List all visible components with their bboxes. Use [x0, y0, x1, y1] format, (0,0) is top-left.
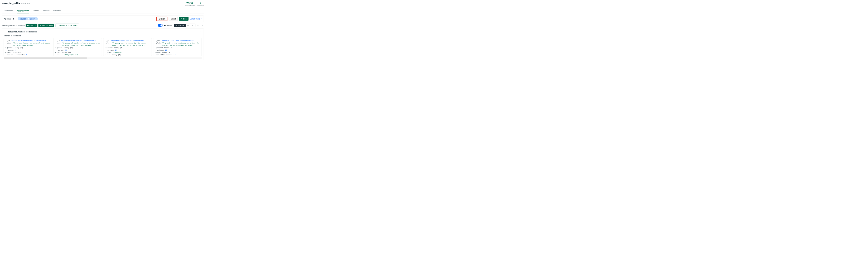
plus-icon: [40, 25, 41, 26]
stage-pill-sort[interactable]: $sort: [28, 17, 38, 21]
caret-down-icon: [35, 25, 36, 26]
document-field: num_mflix_comments: 1: [155, 54, 200, 56]
view-mode-segmented: STAGES TEXT: [174, 24, 195, 27]
more-options-link[interactable]: More Options: [190, 18, 202, 20]
expand-caret-icon[interactable]: ▸: [155, 52, 156, 54]
refresh-button[interactable]: [199, 30, 202, 33]
document-field: _id: ObjectId('573a1390f29313caabcd4135'…: [5, 39, 50, 42]
tab-aggregations[interactable]: Aggregations: [17, 8, 29, 13]
gear-icon: [202, 25, 203, 26]
modified-indicator: modified: [18, 25, 25, 27]
document-field: _id: ObjectId('573a1390f29313caabcd4323'…: [105, 39, 150, 42]
export-button[interactable]: Export: [169, 17, 178, 21]
document-field: ▸cast: Array (4): [155, 52, 200, 54]
document-field: runtime: 14: [105, 49, 150, 52]
preview-title: Preview of documents: [4, 35, 202, 37]
document-field: runtime: 14: [155, 49, 200, 52]
expand-caret-icon[interactable]: ▸: [105, 54, 106, 56]
braces-icon: [175, 25, 177, 26]
save-button[interactable]: SAVE: [26, 24, 37, 27]
document-card[interactable]: _id: ObjectId('573a1390f29313caabcd4135'…: [4, 38, 52, 56]
database-name: sample_mflix: [2, 2, 20, 5]
caret-down-icon: [14, 18, 16, 20]
expand-icon: [197, 25, 199, 26]
tab-documents[interactable]: Documents: [4, 8, 13, 13]
collapse-button[interactable]: [4, 30, 7, 33]
caret-right-icon: [200, 18, 202, 20]
document-card[interactable]: _id: ObjectId('573a1390f29313caabcd42e8'…: [54, 38, 102, 56]
stage-pills: $match $sort: [18, 17, 38, 21]
pipeline-label: Pipeline: [4, 18, 11, 20]
stat-indexes-value: 2: [197, 2, 204, 5]
document-field: _id: ObjectId('573a1390f29313caabcd446f'…: [155, 39, 200, 42]
tab-validation[interactable]: Validation: [53, 8, 61, 13]
tab-indexes[interactable]: Indexes: [43, 8, 50, 13]
refresh-icon: [200, 31, 202, 33]
expand-button[interactable]: [197, 24, 199, 27]
run-button[interactable]: Run: [179, 17, 188, 21]
document-field: ▸cast: Array (2): [5, 52, 50, 54]
document-field: poster: "https://m.media-: [55, 54, 100, 56]
document-count: 23530 Documents: [8, 31, 24, 33]
document-field: ▸genres: Array (1): [5, 47, 50, 49]
document-field: runtime: 11: [55, 49, 100, 52]
document-field: ▸genres: Array (3): [105, 47, 150, 49]
document-field: rated: "UNRATED": [105, 52, 150, 54]
expand-caret-icon[interactable]: ▸: [5, 52, 6, 54]
expand-caret-icon[interactable]: ▸: [55, 52, 56, 54]
code-icon: [57, 25, 58, 26]
document-field: ▸cast: Array (4): [55, 52, 100, 54]
stage-pill-match[interactable]: $match: [18, 17, 28, 21]
expand-caret-icon[interactable]: ▸: [55, 47, 56, 49]
export-to-language-button[interactable]: EXPORT TO LANGUAGE: [55, 24, 79, 27]
document-field: runtime: 1: [5, 49, 50, 52]
stat-documents-label: DOCUMENTS: [185, 5, 195, 7]
horizontal-scrollbar[interactable]: [4, 58, 202, 59]
document-field: plot: "A greedy tycoon decides, on a whi…: [155, 42, 200, 44]
document-field: plot: "A young boy, opressed by his moth…: [105, 42, 150, 44]
document-field: hold-up, only to find a determ…": [55, 44, 100, 47]
document-field: plot: "A group of bandits stage a brazen…: [55, 42, 100, 44]
scrollbar-thumb[interactable]: [4, 58, 87, 59]
stat-documents-value: 23.5k: [185, 2, 195, 5]
document-field: corner the world market in whea…": [155, 44, 200, 47]
folder-dropdown[interactable]: [12, 18, 16, 20]
document-field: ▸cast: Array (4): [105, 54, 150, 56]
play-icon: [181, 18, 182, 20]
document-field: ▸genres: Array (2): [55, 47, 100, 49]
preview-toggle[interactable]: [158, 24, 163, 27]
collection-name: movies: [21, 2, 30, 5]
chevron-down-icon: [4, 31, 6, 33]
document-field: goes on an outing in the country …": [105, 44, 150, 47]
document-cards-row: _id: ObjectId('573a1390f29313caabcd4135'…: [4, 38, 202, 56]
preview-label: PREVIEW: [164, 25, 172, 27]
document-count-suffix: in the collection: [24, 31, 37, 33]
stages-view-button[interactable]: STAGES: [174, 24, 186, 27]
document-field: ▸genres: Array (2): [155, 47, 200, 49]
text-view-button[interactable]: TEXT: [186, 24, 195, 27]
documents-panel: 23530 Documents in the collection Previe…: [2, 28, 204, 60]
explain-button[interactable]: Explain: [156, 17, 167, 21]
expand-caret-icon[interactable]: ▸: [105, 47, 106, 49]
settings-button[interactable]: [201, 24, 204, 27]
collection-stats: 23.5k DOCUMENTS 2 INDEXES: [185, 2, 204, 7]
document-field: bottle of beer around.": [5, 44, 50, 47]
create-new-button[interactable]: CREATE NEW: [38, 24, 54, 27]
document-field: num_mflix_comments: 0: [5, 54, 50, 56]
save-icon: [27, 25, 29, 26]
document-card[interactable]: _id: ObjectId('573a1390f29313caabcd4323'…: [103, 38, 152, 56]
document-card[interactable]: _id: ObjectId('573a1390f29313caabcd446f'…: [153, 38, 202, 56]
tab-schema[interactable]: Schema: [32, 8, 40, 13]
expand-caret-icon[interactable]: ▸: [5, 47, 6, 49]
folder-icon: [12, 18, 14, 20]
code-icon: [187, 25, 189, 26]
document-field: plot: "Three men hammer on an anvil and …: [5, 42, 50, 44]
expand-caret-icon[interactable]: ▸: [155, 47, 156, 49]
stat-indexes-label: INDEXES: [197, 5, 204, 7]
document-field: _id: ObjectId('573a1390f29313caabcd42e8'…: [55, 39, 100, 42]
tabs: Documents Aggregations Schema Indexes Va…: [2, 8, 204, 13]
collection-title: sample_mflix.movies: [2, 2, 30, 5]
pipeline-bar: Pipeline $match $sort Explain Export Run…: [2, 16, 204, 22]
pipeline-name: movies pipeline: [2, 25, 14, 27]
